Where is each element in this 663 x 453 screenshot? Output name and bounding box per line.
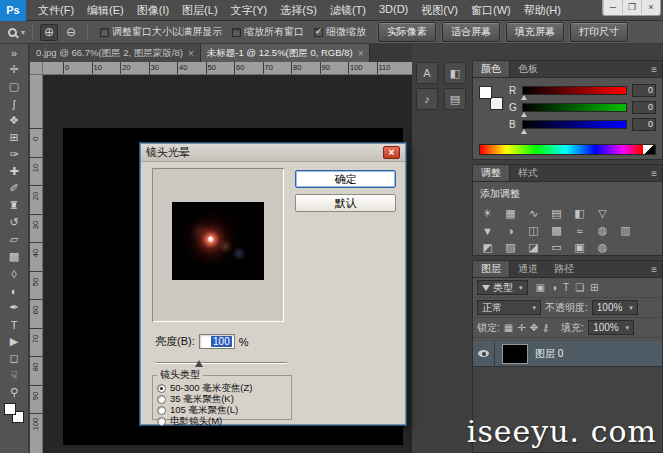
menu-item[interactable]: 3D(D) (373, 1, 414, 20)
character-panel-icon[interactable]: A (416, 62, 438, 84)
gradient-tool[interactable]: ▩ (0, 248, 28, 265)
foreground-color-swatch[interactable] (479, 86, 492, 99)
zoom-in-button[interactable]: ⊕ (40, 24, 58, 41)
menu-item[interactable]: 滤镜(T) (324, 1, 372, 20)
document-tab[interactable]: 未标题-1 @ 12.5%(图层 0, RGB/8) × (201, 44, 371, 62)
clone-stamp-tool[interactable]: ♜ (0, 197, 28, 214)
color-value-input[interactable]: 0 (632, 101, 656, 114)
resize-windows-checkbox[interactable]: 调整窗口大小以满屏显示 (100, 25, 222, 39)
slider-track[interactable] (155, 362, 287, 364)
eraser-tool[interactable]: ▱ (0, 231, 28, 248)
panel-menu-icon[interactable]: ≡ (646, 165, 662, 181)
hand-tool[interactable]: ☟ (0, 367, 28, 384)
healing-brush-tool[interactable]: ✚ (0, 163, 28, 180)
brightness-input[interactable]: 100 (199, 334, 235, 349)
adjustment-icon[interactable]: ∿ (526, 207, 541, 220)
adjustment-icon[interactable]: ◍ (595, 241, 610, 254)
menu-item[interactable]: 图像(I) (131, 1, 175, 20)
adjustment-icon[interactable]: ◪ (526, 241, 541, 254)
tab-close-icon[interactable]: × (188, 48, 194, 59)
vertical-ruler[interactable]: 0102030405060708090100 (30, 75, 43, 453)
slider-thumb[interactable] (195, 360, 203, 367)
radio-button-icon[interactable] (157, 417, 166, 426)
adjustment-icon[interactable]: ▣ (572, 241, 587, 254)
foreground-background-swatch[interactable] (4, 403, 24, 423)
panel-menu-icon[interactable]: ≡ (646, 61, 662, 77)
dialog-titlebar[interactable]: 镜头光晕 × (141, 144, 405, 162)
menu-item[interactable]: 窗口(W) (465, 1, 517, 20)
layer-row[interactable]: 图层 0 (473, 341, 662, 367)
menu-item[interactable]: 帮助(H) (518, 1, 567, 20)
radio-button-icon[interactable] (157, 384, 166, 393)
adjustment-icon[interactable]: ≈ (572, 224, 587, 237)
panel-tab[interactable]: 样式 (510, 165, 546, 181)
adjustment-icon[interactable]: ◫ (526, 224, 541, 237)
filter-shape-layers-icon[interactable]: ❏ (575, 282, 584, 293)
tab-close-icon[interactable]: × (358, 48, 364, 59)
adjustment-icon[interactable]: ◩ (480, 241, 495, 254)
filter-kind-select[interactable]: 类型 ▾ (477, 280, 528, 295)
print-size-button[interactable]: 打印尺寸 (570, 22, 628, 42)
panel-tab[interactable]: 路径 (546, 261, 582, 277)
foreground-color-swatch[interactable] (4, 403, 16, 415)
shape-tool[interactable]: ◻ (0, 350, 28, 367)
lock-position-icon[interactable]: ✥ (530, 322, 538, 333)
menu-item[interactable]: 视图(V) (415, 1, 464, 20)
panel-tab[interactable]: 颜色 (473, 61, 510, 77)
adjustment-icon[interactable]: ▼ (480, 224, 495, 237)
ruler-corner[interactable] (30, 62, 43, 75)
color-slider[interactable] (522, 120, 627, 129)
pen-tool[interactable]: ✒ (0, 299, 28, 316)
scrubby-zoom-checkbox[interactable]: 细微缩放 (314, 25, 366, 39)
color-slider-thumb[interactable] (521, 95, 527, 100)
history-brush-tool[interactable]: ↺ (0, 214, 28, 231)
menu-item[interactable]: 文件(F) (32, 1, 80, 20)
flare-preview[interactable] (152, 168, 284, 322)
adjustment-icon[interactable]: ◍ (595, 224, 610, 237)
menu-item[interactable]: 编辑(E) (81, 1, 130, 20)
document-tab[interactable]: 0.jpg @ 66.7%(图层 2, 图层蒙版/8) × (30, 44, 201, 62)
restore-button[interactable]: ❐ (622, 0, 641, 14)
panel-tab[interactable]: 图层 (473, 261, 510, 277)
panel-tab[interactable]: 调整 (473, 165, 510, 181)
adjustment-icon[interactable]: ▩ (549, 224, 564, 237)
3d-panel-icon[interactable]: ◧ (444, 62, 466, 84)
audio-panel-icon[interactable]: ♪ (416, 88, 438, 110)
color-swatch-widget[interactable] (479, 86, 503, 110)
path-selection-tool[interactable]: ▶ (0, 333, 28, 350)
color-slider-thumb[interactable] (521, 129, 527, 134)
brush-tool[interactable]: ✐ (0, 180, 28, 197)
chevron-down-icon[interactable]: ▾ (21, 28, 25, 37)
ramp-bw-end[interactable] (643, 145, 655, 154)
adjustment-icon[interactable]: ◑ (503, 224, 518, 237)
properties-panel-icon[interactable]: ▤ (444, 88, 466, 110)
filter-type-layers-icon[interactable]: T (563, 282, 569, 293)
flare-preview-image[interactable] (172, 202, 264, 280)
panel-menu-icon[interactable]: ≡ (646, 261, 662, 277)
filter-smart-objects-icon[interactable]: ⊞ (590, 282, 598, 293)
lasso-tool[interactable]: ʃ (0, 95, 28, 112)
dodge-tool[interactable]: ◐ (0, 282, 28, 299)
move-tool[interactable]: ✛ (0, 61, 28, 78)
adjustment-icon[interactable]: ▭ (549, 241, 564, 254)
filter-pixel-layers-icon[interactable]: ▣ (536, 282, 545, 293)
menu-item[interactable]: 文字(Y) (225, 1, 274, 20)
panel-tab[interactable]: 通道 (510, 261, 546, 277)
color-value-input[interactable]: 0 (632, 84, 656, 97)
color-slider[interactable] (522, 103, 627, 112)
layer-thumbnail[interactable] (502, 344, 528, 364)
zoom-all-windows-checkbox[interactable]: 缩放所有窗口 (232, 25, 304, 39)
panel-tab[interactable]: 色板 (510, 61, 546, 77)
menu-item[interactable]: 图层(L) (176, 1, 223, 20)
default-button[interactable]: 默认 (295, 194, 396, 212)
color-value-input[interactable]: 0 (632, 118, 656, 131)
ok-button[interactable]: 确定 (295, 170, 396, 188)
radio-button-icon[interactable] (157, 406, 166, 415)
opacity-input[interactable]: 100% ▾ (592, 300, 638, 315)
fill-screen-button[interactable]: 填充屏幕 (506, 22, 564, 42)
fill-input[interactable]: 100% ▾ (588, 320, 634, 335)
color-slider-thumb[interactable] (521, 112, 527, 117)
blur-tool[interactable]: ◊ (0, 265, 28, 282)
lock-all-icon[interactable]: ⚷ (542, 322, 549, 333)
adjustment-icon[interactable]: ☀ (480, 207, 495, 220)
